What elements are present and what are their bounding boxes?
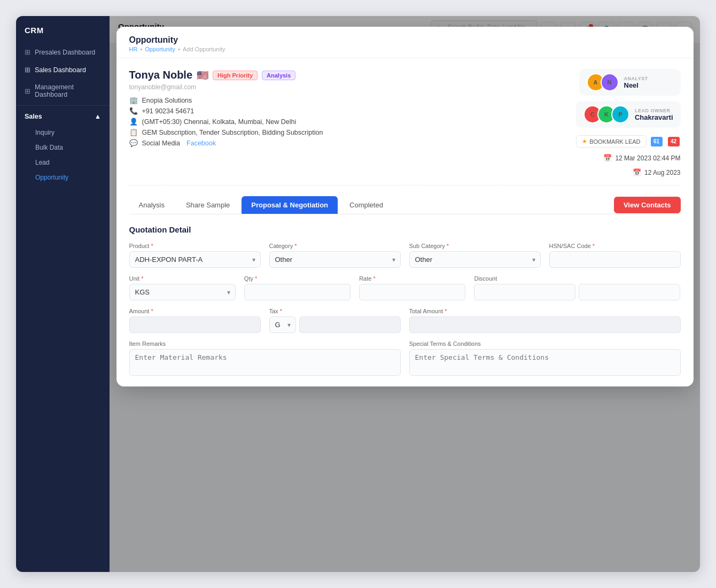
discount-input-2[interactable]: 0.000 bbox=[579, 284, 680, 300]
building-icon: 🏢 bbox=[129, 96, 138, 104]
view-contacts-btn[interactable]: View Contacts bbox=[614, 197, 681, 213]
bookmark-lead-btn[interactable]: ★ BOOKMARK LEAD bbox=[576, 135, 646, 148]
unit-select[interactable]: KGS bbox=[129, 284, 236, 300]
product-select-wrapper[interactable]: ADH-EXPON PART-A bbox=[129, 251, 261, 268]
lead-owner-card: C K P LEAD OWNER Chakravarti bbox=[576, 101, 681, 128]
modal-bc-add: Add Opportunity bbox=[183, 46, 225, 52]
bookmark-count2: 42 bbox=[668, 137, 680, 146]
company-row: 🏢 Enopia Solutions bbox=[129, 96, 576, 104]
tab-completed[interactable]: Completed bbox=[340, 196, 393, 214]
category-label: Category * bbox=[269, 243, 401, 249]
modal-bc-sep1: • bbox=[140, 46, 142, 52]
date-row-1: 📅 12 Mar 2023 02:44 PM bbox=[603, 154, 680, 162]
rate-label: Rate * bbox=[359, 275, 465, 282]
sales-icon: ⊞ bbox=[25, 66, 30, 74]
modal-header: Opportunity HR • Opportunity • Add Oppor… bbox=[116, 27, 694, 58]
modal: Opportunity HR • Opportunity • Add Oppor… bbox=[116, 27, 694, 386]
sidebar-item-sales-dashboard[interactable]: ⊞ Sales Dashboard bbox=[16, 61, 110, 79]
category-select-wrapper[interactable]: Other bbox=[269, 251, 401, 268]
sidebar-item-presales-dashboard[interactable]: ⊞ Presales Dashboard bbox=[16, 43, 110, 61]
hsn-group: HSN/SAC Code * 39073090 bbox=[549, 243, 681, 268]
special-terms-textarea[interactable] bbox=[409, 349, 681, 376]
subscriptions-text: GEM Subscription, Tender Subscription, B… bbox=[142, 129, 323, 136]
analyst-info: ANALYST Neel bbox=[624, 76, 648, 89]
contact-left: Tonya Noble 🇺🇸 High Priority Analysis to… bbox=[129, 69, 576, 150]
modal-bc-opportunity[interactable]: Opportunity bbox=[145, 46, 175, 52]
analyst-avatar-2: N bbox=[601, 73, 619, 91]
section-title: Quotation Detail bbox=[129, 225, 681, 234]
lead-owner-avatar-3: P bbox=[611, 105, 629, 123]
sub-category-select[interactable]: Other bbox=[409, 251, 541, 268]
rate-input[interactable]: 15000.000 bbox=[359, 284, 465, 300]
sidebar-item-inquiry[interactable]: Inquiry bbox=[31, 125, 110, 140]
total-amount-input[interactable]: 35400.000 bbox=[409, 316, 681, 333]
amount-label: Amount * bbox=[129, 308, 261, 314]
date-2: 12 Aug 2023 bbox=[644, 169, 680, 176]
sales-label: Sales Dashboard bbox=[35, 66, 86, 74]
inquiry-label: Inquiry bbox=[35, 129, 55, 136]
sidebar-item-opportunity[interactable]: Opportunity bbox=[31, 170, 110, 185]
qty-input[interactable]: 2.000 bbox=[244, 284, 351, 300]
form-row-1: Product * ADH-EXPON PART-A Category * bbox=[129, 243, 681, 268]
sidebar-nav: ⊞ Presales Dashboard ⊞ Sales Dashboard ⊞… bbox=[16, 41, 110, 572]
social-platform: Facebook bbox=[186, 140, 216, 147]
contact-flag: 🇺🇸 bbox=[197, 69, 208, 81]
analyst-avatars: A N bbox=[587, 73, 619, 91]
sidebar-item-lead[interactable]: Lead bbox=[31, 155, 110, 170]
sidebar-section-sales[interactable]: Sales ▲ bbox=[16, 108, 110, 125]
tab-analysis[interactable]: Analysis bbox=[129, 196, 174, 214]
category-select[interactable]: Other bbox=[269, 251, 401, 268]
tax-amount-input[interactable]: 5400.000 bbox=[299, 316, 401, 333]
company-name: Enopia Solutions bbox=[142, 97, 192, 104]
lead-owner-label: LEAD OWNER bbox=[635, 108, 673, 113]
contact-name: Tonya Noble bbox=[129, 69, 193, 81]
amount-input[interactable]: 30000.000 bbox=[129, 316, 261, 333]
sub-category-select-wrapper[interactable]: Other bbox=[409, 251, 541, 268]
tax-group: Tax * GST 18 % 5400.000 bbox=[269, 308, 401, 333]
modal-bc-hr[interactable]: HR bbox=[129, 46, 138, 52]
contact-right: A N ANALYST Neel bbox=[576, 69, 681, 176]
tabs-bar: Analysis Share Sample Proposal & Negotia… bbox=[129, 196, 681, 214]
tab-share-sample[interactable]: Share Sample bbox=[176, 196, 239, 214]
calendar-icon-2: 📅 bbox=[633, 168, 641, 176]
unit-select-wrapper[interactable]: KGS bbox=[129, 284, 236, 300]
special-terms-label: Special Terms & Conditions bbox=[409, 341, 681, 347]
star-icon: ★ bbox=[582, 138, 587, 145]
discount-label: Discount bbox=[474, 275, 680, 282]
remarks-textarea[interactable] bbox=[129, 349, 401, 376]
form-row-3: Amount * 30000.000 Tax * GST bbox=[129, 308, 681, 333]
hsn-label: HSN/SAC Code * bbox=[549, 243, 681, 249]
contact-name-row: Tonya Noble 🇺🇸 High Priority Analysis bbox=[129, 69, 576, 81]
form-row-2: Unit * KGS Qty * bbox=[129, 275, 681, 300]
modal-title: Opportunity bbox=[129, 35, 681, 45]
tax-select[interactable]: GST 18 % bbox=[269, 316, 296, 333]
product-select[interactable]: ADH-EXPON PART-A bbox=[129, 251, 261, 268]
discount-input-1[interactable]: 0.000 bbox=[474, 284, 575, 300]
mgmt-icon: ⊞ bbox=[25, 87, 30, 95]
sidebar-item-management-dashboard[interactable]: ⊞ Management Dashboard bbox=[16, 79, 110, 103]
lead-owner-info: LEAD OWNER Chakravarti bbox=[635, 108, 673, 121]
amount-group: Amount * 30000.000 bbox=[129, 308, 261, 333]
category-group: Category * Other bbox=[269, 243, 401, 268]
unit-group: Unit * KGS bbox=[129, 275, 236, 300]
modal-body: Tonya Noble 🇺🇸 High Priority Analysis to… bbox=[116, 58, 694, 386]
tax-select-wrapper[interactable]: GST 18 % bbox=[269, 316, 296, 333]
tab-proposal-negotiation[interactable]: Proposal & Negotiation bbox=[242, 196, 338, 214]
mgmt-label: Management Dashboard bbox=[35, 83, 101, 98]
remarks-group: Item Remarks bbox=[129, 341, 401, 376]
rate-group: Rate * 15000.000 bbox=[359, 275, 465, 300]
phone-number: +91 90234 54671 bbox=[142, 107, 194, 115]
social-row: 💬 Social Media Facebook bbox=[129, 139, 576, 147]
contact-email: tonyanoble@gmail.com bbox=[129, 83, 576, 91]
hsn-input[interactable]: 39073090 bbox=[549, 251, 681, 268]
social-label: Social Media bbox=[142, 140, 181, 147]
date-1: 12 Mar 2023 02:44 PM bbox=[615, 154, 680, 162]
subscriptions-icon: 📋 bbox=[129, 128, 138, 136]
sidebar-logo: CRM bbox=[16, 16, 110, 41]
high-priority-tag: High Priority bbox=[213, 71, 258, 80]
sidebar-item-bulk-data[interactable]: Bulk Data bbox=[31, 140, 110, 155]
sidebar: CRM ⊞ Presales Dashboard ⊞ Sales Dashboa… bbox=[16, 16, 110, 572]
sidebar-sub-sales: Inquiry Bulk Data Lead Opportunity bbox=[16, 125, 110, 185]
subscriptions-row: 📋 GEM Subscription, Tender Subscription,… bbox=[129, 128, 576, 136]
qty-group: Qty * 2.000 bbox=[244, 275, 351, 300]
